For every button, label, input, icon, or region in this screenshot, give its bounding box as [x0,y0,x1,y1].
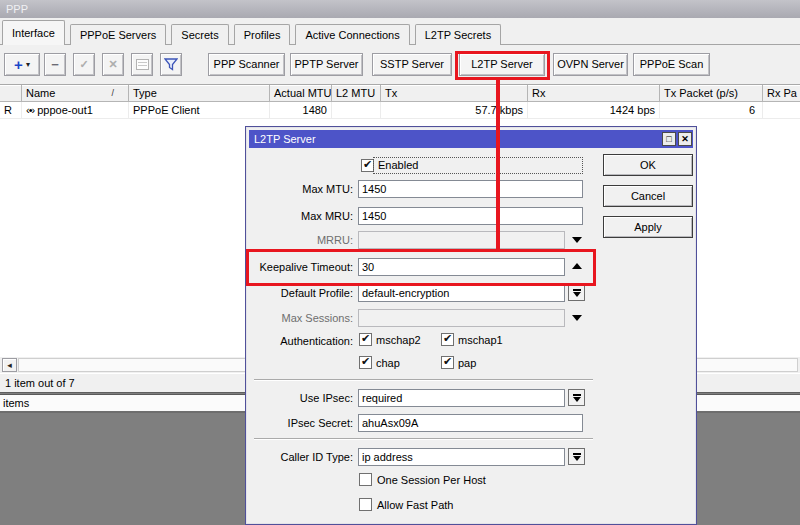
ok-button[interactable]: OK [603,154,693,176]
one-session-per-host-label: One Session Per Host [377,473,486,487]
row-tx[interactable]: 57.7 kbps [381,102,528,119]
tab-active-connections[interactable]: Active Connections [295,24,409,45]
row-tx-packet[interactable]: 6 [660,102,763,119]
max-mtu-label: Max MTU: [246,180,353,198]
ipsec-secret-input[interactable] [358,414,583,432]
caller-id-type-label: Caller ID Type: [246,448,353,466]
column-header-rx[interactable]: Rx [528,85,660,102]
column-header-tx[interactable]: Tx [381,85,528,102]
row-rx-packet[interactable] [763,102,800,119]
dialog-titlebar[interactable]: L2TP Server □ ✕ [249,130,693,148]
use-ipsec-label: Use IPsec: [246,389,353,407]
row-actual-mtu[interactable]: 1480 [270,102,332,119]
mrru-dropdown-icon[interactable] [572,237,582,243]
disable-button[interactable]: ✕ [102,53,124,76]
separator [254,438,593,440]
sort-ascending-icon: / [111,85,114,101]
tab-l2tp-secrets[interactable]: L2TP Secrets [415,24,501,45]
ovpn-server-button[interactable]: OVPN Server [553,53,628,76]
mschap1-label: mschap1 [458,333,503,347]
mrru-input[interactable] [358,231,565,249]
annotation-box-keepalive-timeout [246,249,596,286]
comment-card-icon [136,59,149,70]
column-header-flags[interactable] [0,85,22,102]
pap-checkbox[interactable] [441,356,454,369]
max-sessions-input[interactable] [358,309,565,327]
annotation-connector-line [496,80,500,250]
status-text: 1 item out of 7 [5,377,75,389]
pap-label: pap [458,356,476,370]
chap-label: chap [376,356,400,370]
tab-pppoe-servers[interactable]: PPPoE Servers [70,24,166,45]
caller-id-type-input[interactable] [358,448,565,466]
interface-running-icon: ‹•› [26,104,34,116]
check-icon: ✓ [79,58,88,70]
maximize-icon[interactable]: □ [662,132,676,146]
scroll-left-icon[interactable]: ◂ [2,358,17,372]
cross-icon: ✕ [108,58,117,70]
authentication-label: Authentication: [246,332,353,350]
add-button[interactable]: + ▾ [4,53,40,76]
mschap2-checkbox[interactable] [359,333,372,346]
enable-button[interactable]: ✓ [73,53,95,76]
max-sessions-dropdown-icon[interactable] [572,315,582,321]
default-profile-combo-button[interactable] [568,284,585,301]
column-header-tx-packet[interactable]: Tx Packet (p/s) [660,85,763,102]
apply-button[interactable]: Apply [603,216,693,238]
max-sessions-label: Max Sessions: [246,309,353,327]
ppp-scanner-button[interactable]: PPP Scanner [208,53,285,76]
mrru-label: MRRU: [246,231,353,249]
mschap2-label: mschap2 [376,333,421,347]
filter-button[interactable] [160,53,182,76]
enabled-label-box[interactable]: Enabled [373,157,583,174]
mschap1-checkbox[interactable] [441,333,454,346]
column-header-l2-mtu[interactable]: L2 MTU [332,85,381,102]
annotation-box-l2tp-server-button [455,51,550,80]
use-ipsec-input[interactable] [358,389,565,407]
one-session-per-host-checkbox[interactable] [359,473,372,486]
column-header-name[interactable]: Name / [22,85,129,102]
sstp-server-button[interactable]: SSTP Server [372,53,452,76]
column-header-rx-packet[interactable]: Rx Pa [763,85,800,102]
separator [254,379,593,381]
ipsec-secret-label: IPsec Secret: [246,414,353,432]
row-flag[interactable]: R [0,102,22,119]
cancel-button[interactable]: Cancel [603,185,693,207]
l2tp-server-dialog: L2TP Server □ ✕ Enabled OK Max MTU: Canc… [245,126,697,525]
tab-profiles[interactable]: Profiles [234,24,291,45]
column-header-actual-mtu[interactable]: Actual MTU [270,85,332,102]
dialog-title: L2TP Server [254,133,316,145]
pppoe-scan-button[interactable]: PPPoE Scan [633,53,710,76]
row-name[interactable]: ‹•›pppoe-out1 [22,102,129,119]
row-rx[interactable]: 1424 bps [528,102,660,119]
minus-icon: − [51,57,59,72]
row-type[interactable]: PPPoE Client [129,102,270,119]
default-profile-input[interactable] [358,284,565,302]
row-l2-mtu[interactable] [332,102,381,119]
max-mtu-input[interactable] [358,180,583,198]
chap-checkbox[interactable] [359,356,372,369]
comment-button[interactable] [131,53,153,76]
remove-button[interactable]: − [44,53,66,76]
allow-fast-path-checkbox[interactable] [359,498,372,511]
window-title: PPP [6,3,28,15]
screen: PPP Interface PPPoE Servers Secrets Prof… [0,0,800,525]
allow-fast-path-label: Allow Fast Path [377,498,453,512]
max-mru-input[interactable] [358,207,583,225]
background-status-text: items [3,397,29,409]
tabstrip: Interface PPPoE Servers Secrets Profiles… [0,19,800,45]
default-profile-label: Default Profile: [246,284,353,302]
close-icon[interactable]: ✕ [678,132,692,146]
max-mru-label: Max MRU: [246,207,353,225]
tab-interface[interactable]: Interface [2,20,65,45]
filter-funnel-icon [164,58,178,71]
column-header-type[interactable]: Type [129,85,270,102]
chevron-down-icon: ▾ [26,60,30,69]
tab-secrets[interactable]: Secrets [171,24,228,45]
pptp-server-button[interactable]: PPTP Server [290,53,363,76]
use-ipsec-combo-button[interactable] [568,389,585,406]
caller-id-type-combo-button[interactable] [568,448,585,465]
ppp-window-titlebar[interactable]: PPP [0,0,800,18]
plus-icon: + [14,56,23,73]
